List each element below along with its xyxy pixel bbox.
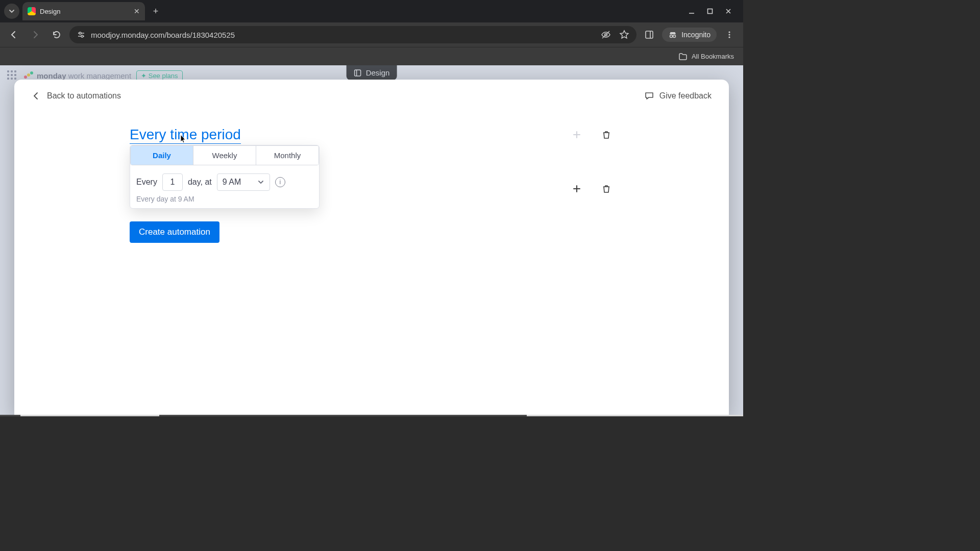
url-text: moodjoy.monday.com/boards/1830420525 <box>91 31 235 39</box>
site-settings-icon[interactable] <box>77 30 86 39</box>
time-value: 9 AM <box>223 178 241 187</box>
svg-point-1 <box>79 32 81 34</box>
browser-menu-icon[interactable] <box>721 26 738 43</box>
chevron-down-icon <box>257 179 264 186</box>
svg-point-2 <box>81 35 83 37</box>
delete-action-icon[interactable] <box>599 182 614 196</box>
give-feedback-link[interactable]: Give feedback <box>644 91 712 101</box>
browser-reload-icon[interactable] <box>48 26 65 43</box>
frequency-segmented: Daily Weekly Monthly <box>130 145 319 165</box>
back-label: Back to automations <box>47 91 121 101</box>
svg-rect-0 <box>708 9 713 14</box>
svg-point-7 <box>728 31 730 33</box>
interval-input[interactable] <box>162 173 183 191</box>
trigger-heading[interactable]: Every time period <box>130 126 241 144</box>
info-icon[interactable]: i <box>275 177 285 187</box>
svg-rect-4 <box>646 31 653 38</box>
back-to-automations-link[interactable]: Back to automations <box>32 91 121 101</box>
tab-close-icon[interactable]: ✕ <box>134 7 140 15</box>
browser-tab[interactable]: Design ✕ <box>22 2 145 20</box>
folder-icon <box>678 52 688 61</box>
tab-search-dropdown[interactable] <box>4 4 19 19</box>
svg-point-5 <box>670 35 673 38</box>
browser-back-icon[interactable] <box>5 26 22 43</box>
incognito-chip[interactable]: Incognito <box>662 28 717 42</box>
automation-modal: Back to automations Give feedback Every … <box>14 80 729 416</box>
address-bar[interactable]: moodjoy.monday.com/boards/1830420525 <box>69 26 636 43</box>
window-close-icon[interactable] <box>725 8 732 15</box>
schedule-popover: Daily Weekly Monthly Every day, at 9 AM … <box>130 145 320 209</box>
add-step-icon[interactable] <box>570 128 584 142</box>
bookmark-star-icon[interactable] <box>619 30 629 40</box>
add-action-icon[interactable] <box>570 182 584 196</box>
browser-forward-icon <box>27 26 44 43</box>
every-label: Every <box>136 178 157 187</box>
time-select[interactable]: 9 AM <box>217 173 270 191</box>
all-bookmarks-link[interactable]: All Bookmarks <box>692 53 734 60</box>
svg-point-8 <box>728 34 730 35</box>
window-minimize-icon[interactable] <box>688 8 695 15</box>
tab-title: Design <box>40 8 134 15</box>
svg-point-6 <box>673 35 676 38</box>
svg-point-9 <box>728 36 730 38</box>
feedback-label: Give feedback <box>659 91 712 101</box>
segment-weekly[interactable]: Weekly <box>193 146 256 165</box>
bottom-divider <box>0 415 743 416</box>
sidepanel-icon[interactable] <box>641 26 658 43</box>
delete-step-icon[interactable] <box>599 128 614 142</box>
incognito-label: Incognito <box>681 31 710 39</box>
window-maximize-icon[interactable] <box>706 8 714 15</box>
schedule-summary: Every day at 9 AM <box>130 194 319 203</box>
segment-daily[interactable]: Daily <box>131 146 193 165</box>
eye-off-icon[interactable] <box>601 30 611 40</box>
new-tab-button[interactable]: + <box>148 4 163 19</box>
tab-favicon <box>28 7 36 15</box>
create-automation-button[interactable]: Create automation <box>130 221 219 243</box>
segment-monthly[interactable]: Monthly <box>256 146 318 165</box>
day-at-label: day, at <box>188 178 212 187</box>
